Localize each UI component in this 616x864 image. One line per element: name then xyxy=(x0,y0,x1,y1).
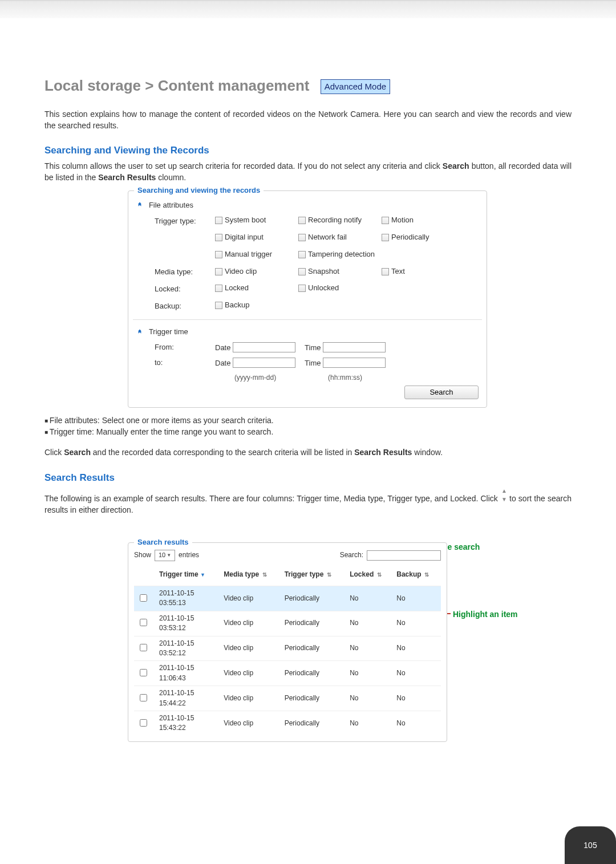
chk-motion[interactable]: Motion xyxy=(382,215,456,226)
filter-input[interactable] xyxy=(367,550,441,561)
col-trigger-type[interactable]: Trigger type ⇅ xyxy=(281,563,347,586)
row-checkbox[interactable] xyxy=(140,594,147,602)
cell-trigger-type: Periodically xyxy=(281,586,347,611)
chk-snapshot[interactable]: Snapshot xyxy=(298,266,372,277)
cell-backup: No xyxy=(393,661,441,686)
from-label: From: xyxy=(150,340,210,355)
table-row[interactable]: 2011-10-1515:43:22Video clipPeriodically… xyxy=(134,711,441,735)
checkbox-icon xyxy=(215,268,222,275)
backup-label: Backup: xyxy=(150,298,210,315)
chk-manual-trigger[interactable]: Manual trigger xyxy=(215,249,289,260)
checkbox-icon xyxy=(382,234,389,241)
advanced-mode-badge: Advanced Mode xyxy=(321,79,390,94)
row-checkbox[interactable] xyxy=(140,694,147,701)
to-date-input[interactable] xyxy=(233,358,295,368)
row-checkbox[interactable] xyxy=(140,719,147,727)
cell-media-type: Video clip xyxy=(220,611,281,636)
chk-unlocked[interactable]: Unlocked xyxy=(298,283,372,294)
checkbox-icon xyxy=(382,217,389,224)
cell-trigger-type: Periodically xyxy=(281,686,347,711)
l: Trigger type xyxy=(285,570,324,578)
cell-trigger-time: 2011-10-1515:44:22 xyxy=(156,686,220,711)
cell-backup: No xyxy=(393,636,441,661)
chevron-down-icon xyxy=(136,200,143,210)
checkbox-icon xyxy=(215,285,222,292)
entries-label: entries xyxy=(179,550,199,560)
searching-desc: This column allows the user to set up se… xyxy=(44,160,572,184)
sort-icon: ⇅ xyxy=(262,571,267,579)
chk-locked[interactable]: Locked xyxy=(215,283,289,294)
cell-locked: No xyxy=(346,586,393,611)
results-panel: Search results Show 10 ▼ entries Search:… xyxy=(128,542,447,742)
l: System boot xyxy=(225,215,266,226)
cell-backup: No xyxy=(393,586,441,611)
checkbox-icon xyxy=(298,217,306,224)
chk-network-fail[interactable]: Network fail xyxy=(298,232,372,243)
trigger-time-table: From: Date Time to: Date Time (yyyy-mm-d… xyxy=(150,340,390,386)
cell-media-type: Video clip xyxy=(220,661,281,686)
l: Locked xyxy=(350,570,374,578)
cell-backup: No xyxy=(393,611,441,636)
cell-locked: No xyxy=(346,711,393,735)
searching-heading: Searching and Viewing the Records xyxy=(44,144,572,158)
sort-icon: ▲▼ xyxy=(501,487,507,504)
trigger-type-label: Trigger type: xyxy=(150,213,210,230)
chk-periodically[interactable]: Periodically xyxy=(382,232,456,243)
from-date-input[interactable] xyxy=(233,342,295,352)
checkbox-icon xyxy=(215,234,222,241)
col-locked[interactable]: Locked ⇅ xyxy=(346,563,393,586)
from-time-input[interactable] xyxy=(323,342,386,352)
cell-trigger-time: 2011-10-1503:55:13 xyxy=(156,586,220,611)
cell-trigger-type: Periodically xyxy=(281,636,347,661)
checkbox-icon xyxy=(215,217,222,224)
l: Manual trigger xyxy=(225,249,272,260)
cell-trigger-type: Periodically xyxy=(281,711,347,735)
chk-system-boot[interactable]: System boot xyxy=(215,215,289,226)
t: The following is an example of search re… xyxy=(44,494,500,503)
l: Digital input xyxy=(225,232,264,243)
search-panel: Searching and viewing the records File a… xyxy=(128,190,487,408)
sort-icon: ⇅ xyxy=(424,571,429,579)
chk-tampering-detection[interactable]: Tampering detection xyxy=(298,249,375,260)
search-button[interactable]: Search xyxy=(404,386,479,399)
row-checkbox[interactable] xyxy=(140,619,147,626)
l: Media type xyxy=(224,570,259,578)
top-gradient xyxy=(0,1,616,18)
row-checkbox[interactable] xyxy=(140,669,147,676)
table-row[interactable]: 2011-10-1503:53:12Video clipPeriodically… xyxy=(134,611,441,636)
to-time-input[interactable] xyxy=(323,358,386,368)
chk-text[interactable]: Text xyxy=(382,266,456,277)
sort-icon: ⇅ xyxy=(327,571,331,579)
cell-media-type: Video clip xyxy=(220,586,281,611)
results-area: Numbers of entries displayed on one page… xyxy=(128,542,572,742)
table-row[interactable]: 2011-10-1515:44:22Video clipPeriodically… xyxy=(134,686,441,711)
checkbox-icon xyxy=(298,285,306,292)
time-hint: (hh:mm:ss) xyxy=(300,371,390,385)
cell-backup: No xyxy=(393,686,441,711)
chk-digital-input[interactable]: Digital input xyxy=(215,232,289,243)
chk-video-clip[interactable]: Video clip xyxy=(215,266,289,277)
entries-select[interactable]: 10 ▼ xyxy=(155,550,175,561)
col-media-type[interactable]: Media type ⇅ xyxy=(220,563,281,586)
table-row[interactable]: 2011-10-1511:06:43Video clipPeriodically… xyxy=(134,661,441,686)
date-label: Date xyxy=(215,359,230,367)
checkbox-icon xyxy=(382,268,389,275)
file-attributes-group-toggle[interactable]: File attributes xyxy=(136,199,479,211)
chk-recording-notify[interactable]: Recording notify xyxy=(298,215,372,226)
col-trigger-time[interactable]: Trigger time ▼ xyxy=(156,563,220,586)
page-title-text: Local storage > Content management xyxy=(44,77,309,94)
file-attributes-table: Trigger type: System boot Recording noti… xyxy=(150,213,460,315)
table-row[interactable]: 2011-10-1503:55:13Video clipPeriodically… xyxy=(134,586,441,611)
sort-icon: ⇅ xyxy=(377,571,382,579)
col-backup[interactable]: Backup ⇅ xyxy=(393,563,441,586)
row-checkbox[interactable] xyxy=(140,644,147,651)
entries-value: 10 xyxy=(159,551,165,560)
chk-backup[interactable]: Backup xyxy=(215,300,289,311)
trigger-time-group-toggle[interactable]: Trigger time xyxy=(136,326,479,338)
chevron-down-icon xyxy=(136,327,143,337)
t: Search xyxy=(64,448,91,457)
results-desc: The following is an example of search re… xyxy=(44,487,572,516)
l: Backup xyxy=(225,300,249,311)
trigger-time-label: Trigger time xyxy=(149,327,188,336)
table-row[interactable]: 2011-10-1503:52:12Video clipPeriodically… xyxy=(134,636,441,661)
